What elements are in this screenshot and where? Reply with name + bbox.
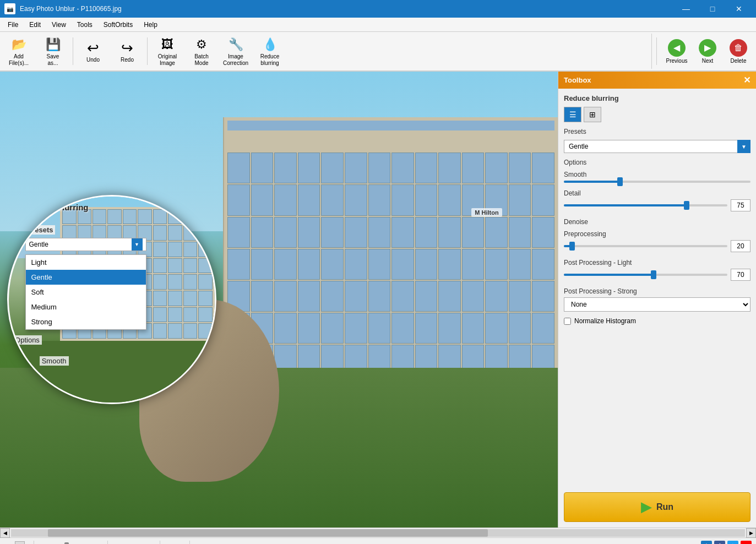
close-button[interactable]: ✕ <box>726 0 752 18</box>
smooth-thumb[interactable] <box>617 177 623 186</box>
hotel-window <box>415 184 438 215</box>
hotel-window <box>462 217 485 248</box>
hotel-window <box>532 249 554 280</box>
hotel-window <box>485 249 508 280</box>
hotel-window <box>227 217 250 248</box>
save-as-button[interactable]: 💾 Saveas... <box>36 34 69 69</box>
detail-slider[interactable] <box>564 204 727 206</box>
hotel-window <box>438 281 461 312</box>
preprocessing-value[interactable]: 20 <box>731 240 750 252</box>
tab-sliders[interactable]: ☰ <box>564 107 581 122</box>
image-correction-button[interactable]: 🔧 ImageCorrection <box>219 34 252 69</box>
tab-other[interactable]: ⊞ <box>584 107 601 122</box>
presets-label: Presets <box>564 128 608 135</box>
hotel-window <box>368 217 391 248</box>
zoom-thumb[interactable] <box>64 542 69 545</box>
social-icon-3[interactable]: ▶ <box>741 541 752 545</box>
main-area: // will be rendered by JS below M Hilton <box>0 72 756 527</box>
toolbox-close-button[interactable]: ✕ <box>743 75 750 85</box>
social-icon-2[interactable]: t <box>727 541 738 545</box>
pp-light-slider-row: 70 <box>564 269 750 281</box>
hotel-window <box>509 281 531 312</box>
undo-label: Undo <box>86 57 100 63</box>
previous-button[interactable]: ◀ Previous <box>661 34 692 69</box>
run-label: Run <box>656 502 673 512</box>
detail-value[interactable]: 75 <box>731 199 750 211</box>
hotel-window <box>274 281 297 312</box>
hotel-window <box>509 217 531 248</box>
batch-mode-button[interactable]: ⚙ BatchMode <box>185 34 218 69</box>
hotel-window <box>345 281 367 312</box>
pp-light-fill <box>564 274 654 276</box>
hotel-window <box>368 184 391 215</box>
horizontal-scrollbar: ◀ ▶ <box>0 527 756 537</box>
hotel-window <box>251 217 274 248</box>
hotel-window <box>485 281 508 312</box>
pp-light-slider[interactable] <box>564 274 727 276</box>
reduce-blurring-button[interactable]: 💧 Reduceblurring <box>253 34 286 69</box>
scroll-track[interactable] <box>11 529 745 537</box>
original-image-button[interactable]: 🖼 OriginalImage <box>151 34 184 69</box>
menu-help[interactable]: Help <box>138 19 163 30</box>
batch-mode-label: BatchMode <box>194 53 209 67</box>
hotel-window <box>532 184 554 215</box>
scroll-right-button[interactable]: ▶ <box>746 528 756 538</box>
maximize-button[interactable]: □ <box>700 0 725 18</box>
options-label: Options <box>564 159 608 166</box>
hotel-window <box>298 217 320 248</box>
app-icon: 📷 <box>4 3 15 14</box>
menu-file[interactable]: File <box>2 19 24 30</box>
redo-button[interactable]: ↪ Redo <box>111 34 144 69</box>
hotel-window <box>321 184 344 215</box>
hotel-window <box>251 184 274 215</box>
redo-icon: ↪ <box>118 39 136 57</box>
add-files-label: AddFile(s)... <box>9 53 29 67</box>
run-button[interactable]: ▶ Run <box>564 492 750 522</box>
statusbar: 1:1 ⊞ − + Time (s): 0.1 JPG (3264x2448x2… <box>0 537 756 544</box>
detail-fill <box>564 204 687 206</box>
reduce-blurring-heading: Reduce blurring <box>564 94 750 102</box>
menu-tools[interactable]: Tools <box>72 19 98 30</box>
hotel-window <box>462 249 485 280</box>
hotel-window <box>298 249 320 280</box>
status-sep-3 <box>160 541 160 545</box>
preset-select[interactable]: Light Gentle Soft Medium Strong <box>564 140 750 153</box>
next-button[interactable]: ▶ Next <box>692 34 723 69</box>
hotel-window <box>415 313 438 344</box>
delete-button[interactable]: 🗑 Delete <box>723 34 754 69</box>
image-area[interactable]: // will be rendered by JS below M Hilton <box>0 72 558 527</box>
scroll-left-button[interactable]: ◀ <box>0 528 10 538</box>
hotel-window <box>509 249 531 280</box>
original-image-label: OriginalImage <box>158 53 177 67</box>
social-icon-1[interactable]: f <box>714 541 725 545</box>
minimize-button[interactable]: — <box>673 0 699 18</box>
undo-button[interactable]: ↩ Undo <box>77 34 110 69</box>
zoom-fit-button[interactable]: ⊞ <box>15 541 25 545</box>
menubar: File Edit View Tools SoftOrbits Help <box>0 18 756 32</box>
previous-icon: ◀ <box>668 39 686 57</box>
smooth-slider[interactable] <box>564 181 750 183</box>
delete-label: Delete <box>731 58 747 64</box>
info-icon[interactable]: ℹ <box>701 541 712 545</box>
hotel-window <box>438 184 461 215</box>
detail-thumb[interactable] <box>684 201 689 210</box>
window-controls: — □ ✕ <box>673 0 752 18</box>
menu-softorbits[interactable]: SoftOrbits <box>98 19 138 30</box>
add-files-button[interactable]: 📂 AddFile(s)... <box>2 34 35 69</box>
preprocessing-slider[interactable] <box>564 245 727 247</box>
pp-light-value[interactable]: 70 <box>731 269 750 281</box>
hotel-window <box>345 249 367 280</box>
normalize-histogram-checkbox[interactable] <box>564 318 571 325</box>
preprocessing-thumb[interactable] <box>569 242 575 251</box>
hotel-window <box>391 217 414 248</box>
smooth-slider-row <box>564 181 750 183</box>
hotel-window <box>532 153 554 183</box>
hotel-window <box>298 153 320 183</box>
pp-strong-select[interactable]: None Light Medium Strong <box>564 297 750 312</box>
menu-view[interactable]: View <box>46 19 72 30</box>
menu-edit[interactable]: Edit <box>24 19 46 30</box>
scroll-handle[interactable] <box>48 529 488 537</box>
pp-light-thumb[interactable] <box>651 270 656 279</box>
undo-icon: ↩ <box>84 39 102 57</box>
hotel-window <box>485 313 508 344</box>
